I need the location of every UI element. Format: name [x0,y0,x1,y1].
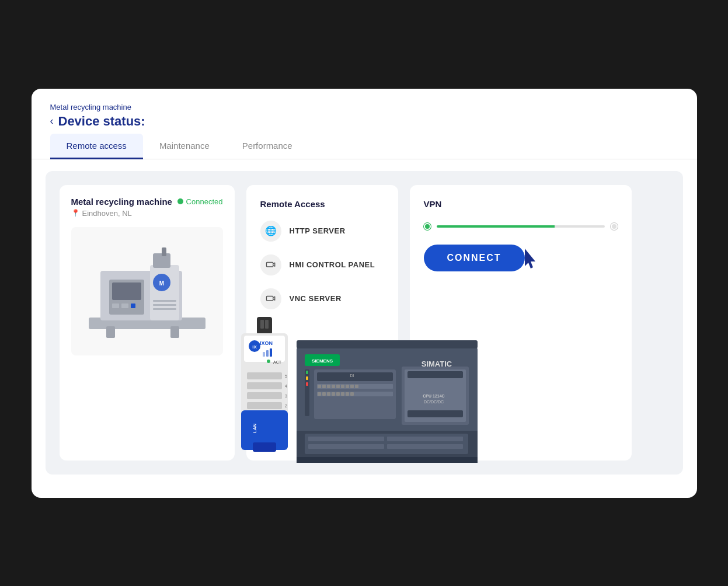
svg-rect-7 [150,265,179,320]
svg-text:M: M [159,280,163,287]
svg-rect-12 [153,300,176,302]
access-item-http[interactable]: 🌐 HTTP SERVER [260,221,384,242]
svg-rect-17 [266,262,273,267]
svg-rect-18 [266,296,273,301]
connected-dot [177,198,183,204]
back-button[interactable]: ‹ [50,115,54,127]
page-title-row: ‹ Device status: [50,114,678,129]
remote-access-title: Remote Access [260,199,384,209]
vpn-card: VPN CONNECT [410,185,632,461]
svg-marker-19 [525,249,535,268]
device-image-area: M [71,227,223,355]
access-item-vnc[interactable]: VNC SERVER [260,288,384,309]
svg-rect-6 [131,304,135,308]
remote-access-card: Remote Access 🌐 HTTP SERVER HMI CONTROL … [246,185,398,461]
access-item-hmi[interactable]: HMI CONTROL PANEL [260,254,384,275]
vpn-title: VPN [424,199,618,209]
connected-label: Connected [186,197,223,206]
hmi-icon [260,254,281,275]
svg-rect-14 [153,308,176,310]
breadcrumb: Metal recycling machine [50,103,678,111]
slider-track[interactable] [437,225,605,228]
vpn-slider-row [424,223,618,230]
machine-illustration: M [83,236,211,347]
cursor-arrow-icon [523,249,544,272]
device-name: Metal recycling machine [71,197,172,207]
svg-rect-15 [106,326,115,338]
content-area: Metal recycling machine Connected 📍 Eind… [46,171,683,475]
tab-remote-access[interactable]: Remote access [50,134,143,159]
device-card-header: Metal recycling machine Connected [71,197,223,207]
http-server-label: HTTP SERVER [290,226,346,235]
vnc-icon [260,288,281,309]
tab-performance[interactable]: Performance [226,134,309,159]
header: Metal recycling machine ‹ Device status: [32,89,697,129]
svg-rect-4 [112,304,119,308]
svg-rect-16 [170,326,179,338]
tab-maintenance[interactable]: Maintenance [143,134,226,159]
hmi-label: HMI CONTROL PANEL [290,260,375,269]
svg-rect-5 [121,304,128,308]
connected-badge: Connected [177,197,223,206]
svg-rect-8 [153,253,170,268]
main-window: Metal recycling machine ‹ Device status:… [32,89,697,498]
tabs-row: Remote access Maintenance Performance [32,134,697,159]
page-title: Device status: [58,114,145,129]
slider-thumb-left [424,223,431,230]
svg-rect-9 [162,247,166,256]
device-card: Metal recycling machine Connected 📍 Eind… [60,185,235,461]
svg-rect-3 [112,282,141,300]
vnc-label: VNC SERVER [290,294,342,303]
svg-rect-13 [153,304,176,306]
location-icon: 📍 [71,209,80,217]
slider-thumb-right [611,223,618,230]
device-location: 📍 Eindhoven, NL [71,209,223,218]
http-server-icon: 🌐 [260,221,281,242]
connect-button[interactable]: CONNECT [424,245,525,271]
connect-row: CONNECT [424,244,618,272]
location-text: Eindhoven, NL [82,209,132,218]
